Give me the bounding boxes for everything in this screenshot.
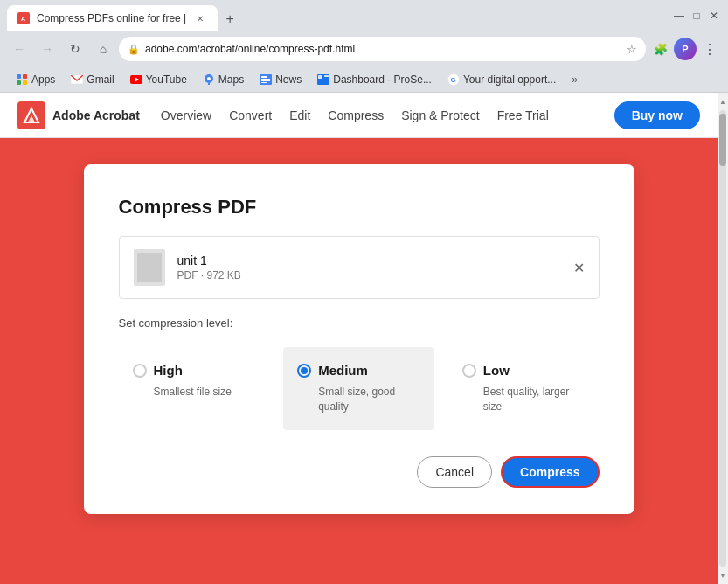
bookmarks-bar: Apps Gmail YouTube Maps	[0, 66, 728, 93]
back-button[interactable]: ←	[7, 37, 31, 61]
youtube-icon	[130, 73, 142, 86]
card-title: Compress PDF	[119, 196, 600, 219]
option-high-label: High	[154, 363, 183, 378]
option-high[interactable]: High Smallest file size	[119, 347, 270, 430]
radio-medium[interactable]	[297, 364, 311, 378]
svg-rect-18	[324, 75, 329, 77]
svg-rect-14	[261, 80, 270, 81]
nav-compress[interactable]: Compress	[328, 105, 384, 126]
option-low[interactable]: Low Best quality, larger size	[448, 347, 600, 430]
bookmark-apps-label: Apps	[31, 73, 55, 86]
nav-edit[interactable]: Edit	[289, 105, 310, 126]
bookmark-maps[interactable]: Maps	[196, 72, 251, 87]
option-low-desc: Best quality, larger size	[462, 385, 586, 414]
svg-rect-2	[17, 74, 21, 79]
option-medium[interactable]: Medium Small size, good quality	[283, 347, 434, 430]
nav-overview[interactable]: Overview	[161, 105, 211, 126]
bookmark-youtube[interactable]: YouTube	[123, 72, 194, 87]
maximize-button[interactable]: □	[690, 9, 704, 23]
forward-button[interactable]: →	[35, 37, 59, 61]
close-button[interactable]: ✕	[707, 9, 721, 23]
more-bookmarks-icon: »	[572, 73, 578, 86]
option-high-desc: Smallest file size	[133, 385, 232, 400]
svg-text:G: G	[450, 76, 455, 84]
bookmark-dashboard[interactable]: Dashboard - ProSe...	[310, 72, 439, 87]
svg-rect-5	[23, 80, 27, 85]
title-bar: A Compress PDFs online for free | ✕ + — …	[0, 0, 728, 31]
nav-icons-area: 🧩 P ⋮	[649, 38, 721, 60]
svg-text:A: A	[21, 16, 25, 22]
radio-low[interactable]	[462, 364, 476, 378]
tab-title: Compress PDFs online for free |	[37, 12, 186, 24]
compress-card: Compress PDF unit 1 PDF · 972 KB ✕ Se	[84, 164, 634, 514]
bookmark-maps-label: Maps	[218, 73, 244, 86]
nav-bar: ← → ↻ ⌂ 🔒 adobe.com/acrobat/online/compr…	[0, 31, 728, 66]
nav-free-trial[interactable]: Free Trial	[497, 105, 549, 126]
bookmark-news[interactable]: News	[253, 72, 309, 87]
file-size: PDF · 972 KB	[177, 269, 561, 282]
option-medium-header: Medium	[297, 363, 368, 378]
option-high-header: High	[133, 363, 183, 378]
google-icon: G	[447, 73, 460, 86]
file-remove-button[interactable]: ✕	[573, 260, 585, 276]
option-medium-label: Medium	[318, 363, 368, 378]
bookmark-youtube-label: YouTube	[146, 73, 187, 86]
file-thumbnail	[134, 249, 165, 286]
news-icon	[260, 73, 272, 86]
bookmark-google[interactable]: G Your digital opport...	[440, 72, 563, 87]
tab-area: A Compress PDFs online for free | ✕ +	[7, 0, 665, 31]
address-bar[interactable]: 🔒 adobe.com/acrobat/online/compress-pdf.…	[119, 37, 646, 61]
card-actions: Cancel Compress	[119, 456, 600, 488]
extensions-button[interactable]: 🧩	[649, 38, 672, 60]
gmail-icon	[71, 73, 83, 86]
svg-rect-12	[261, 76, 267, 78]
option-low-header: Low	[462, 363, 510, 378]
window-controls: — □ ✕	[672, 9, 721, 23]
bookmark-apps[interactable]: Apps	[9, 72, 62, 87]
active-tab[interactable]: A Compress PDFs online for free | ✕	[7, 5, 218, 31]
bookmark-news-label: News	[275, 73, 302, 86]
bookmarks-more[interactable]: »	[565, 72, 585, 87]
scroll-down-arrow[interactable]: ▼	[718, 568, 728, 582]
nav-sign-protect[interactable]: Sign & Protect	[401, 105, 480, 126]
compression-label: Set compression level:	[119, 316, 600, 330]
acrobat-page: Adobe Acrobat Overview Convert Edit Comp…	[0, 93, 718, 584]
new-tab-button[interactable]: +	[218, 7, 242, 31]
bookmark-gmail[interactable]: Gmail	[64, 72, 121, 87]
compress-button[interactable]: Compress	[501, 456, 599, 488]
svg-rect-17	[318, 75, 322, 79]
scroll-thumb[interactable]	[719, 114, 726, 166]
browser-window: A Compress PDFs online for free | ✕ + — …	[0, 0, 728, 584]
buy-now-button[interactable]: Buy now	[614, 101, 700, 129]
page-body: Compress PDF unit 1 PDF · 972 KB ✕ Se	[0, 138, 718, 584]
apps-icon	[16, 73, 28, 86]
tab-close-button[interactable]: ✕	[193, 11, 207, 25]
svg-rect-4	[17, 80, 21, 85]
option-low-label: Low	[483, 363, 510, 378]
page-content: Adobe Acrobat Overview Convert Edit Comp…	[0, 93, 728, 584]
scroll-up-arrow[interactable]: ▲	[718, 94, 728, 108]
menu-button[interactable]: ⋮	[698, 38, 721, 60]
compression-options: High Smallest file size Medium	[119, 347, 600, 430]
refresh-button[interactable]: ↻	[63, 37, 87, 61]
scrollbar: ▲ ▼	[718, 93, 728, 584]
adobe-logo: Adobe Acrobat	[17, 101, 140, 129]
bookmark-google-label: Your digital opport...	[463, 73, 556, 86]
file-thumb-inner	[137, 253, 162, 282]
nav-convert[interactable]: Convert	[229, 105, 272, 126]
svg-rect-3	[23, 74, 27, 79]
svg-rect-13	[261, 79, 270, 80]
bookmark-gmail-label: Gmail	[87, 73, 114, 86]
radio-high[interactable]	[133, 364, 147, 378]
bookmark-star-icon[interactable]: ☆	[627, 43, 637, 56]
avatar: P	[674, 38, 697, 60]
profile-button[interactable]: P	[674, 38, 697, 60]
adobe-nav: Adobe Acrobat Overview Convert Edit Comp…	[0, 93, 718, 138]
scroll-track[interactable]	[719, 110, 726, 567]
dashboard-icon	[317, 73, 329, 86]
cancel-button[interactable]: Cancel	[417, 456, 492, 488]
minimize-button[interactable]: —	[672, 9, 686, 23]
home-button[interactable]: ⌂	[91, 37, 115, 61]
maps-icon	[203, 73, 215, 86]
svg-marker-22	[28, 115, 35, 122]
